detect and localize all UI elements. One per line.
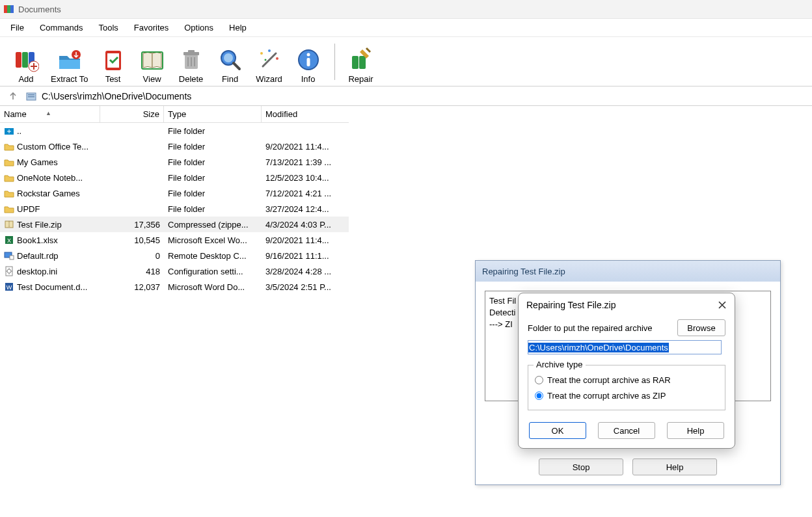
file-modified: 4/3/2024 4:03 P... [262,220,342,230]
radio-rar-input[interactable] [535,376,543,384]
svg-text:X: X [7,237,11,244]
tool-extract-label: Extract To [51,74,88,84]
col-size[interactable]: Size [100,106,164,122]
repair-options-dialog: Repairing Test File.zip Folder to put th… [518,293,735,449]
file-row[interactable]: WTest Document.d...12,037Microsoft Word … [0,279,349,295]
file-type: Configuration setti... [164,267,262,276]
ini-icon [4,266,14,276]
tool-view[interactable]: View [133,40,172,84]
menu-options[interactable]: Options [176,20,221,35]
tool-info[interactable]: Info [289,40,328,84]
books-plus-icon [13,47,39,73]
folder-icon [4,157,14,167]
svg-point-22 [268,49,271,52]
svg-rect-28 [352,56,359,69]
up-button[interactable] [5,88,21,104]
tool-repair[interactable]: Repair [342,40,381,84]
file-type: File folder [164,126,262,136]
file-size: 418 [100,267,164,276]
zip-icon [4,219,14,230]
file-row[interactable]: Test File.zip17,356Compressed (zippe...4… [0,217,349,232]
ok-button[interactable]: OK [529,422,586,439]
window-title: Documents [18,5,61,14]
radio-zip[interactable]: Treat the corrupt archive as ZIP [535,388,718,403]
file-name: Test File.zip [17,220,62,230]
file-row[interactable]: Default.rdp0Remote Desktop C...9/16/2021… [0,248,349,263]
menu-commands[interactable]: Commands [32,20,90,35]
tool-find[interactable]: Find [211,40,250,84]
file-size: 12,037 [100,282,164,292]
file-row[interactable]: desktop.ini418Configuration setti...3/28… [0,263,349,279]
tool-wizard[interactable]: Wizard [250,40,289,84]
menu-file[interactable]: File [3,20,32,35]
tool-test-label: Test [105,74,121,84]
file-type: File folder [164,204,262,214]
svg-point-23 [276,57,278,60]
cancel-button[interactable]: Cancel [598,422,655,439]
file-row[interactable]: UPDFFile folder3/27/2024 12:4... [0,201,349,217]
col-name[interactable]: Name▲ [0,106,100,122]
file-row[interactable]: Custom Office Te...File folder9/20/2021 … [0,139,349,154]
titlebar: Documents [0,0,812,19]
tool-view-label: View [143,74,161,84]
tool-add-label: Add [18,74,33,84]
svg-rect-3 [16,52,21,68]
stop-button[interactable]: Stop [539,458,623,475]
file-type: Remote Desktop C... [164,251,262,261]
path-text[interactable]: C:\Users\rimzh\OneDrive\Documents [42,91,191,101]
help-button[interactable]: Help [667,422,724,439]
dialog-title: Repairing Test File.zip [526,300,616,310]
file-row[interactable]: Rockstar GamesFile folder7/12/2021 4:21 … [0,185,349,201]
menu-help[interactable]: Help [221,20,254,35]
file-size: 10,545 [100,235,164,245]
tool-delete-label: Delete [179,74,204,84]
tool-wizard-label: Wizard [256,74,282,84]
file-type: Microsoft Excel Wo... [164,235,262,245]
toolbar-separator [334,44,335,80]
rdp-icon [4,250,14,261]
folder-icon [4,141,14,152]
file-row[interactable]: My GamesFile folder7/13/2021 1:39 ... [0,154,349,170]
xlsx-icon: X [4,235,14,245]
browse-button[interactable]: Browse [677,319,725,336]
tool-add[interactable]: Add [7,40,46,84]
file-type: File folder [164,157,262,167]
tool-delete[interactable]: Delete [172,40,211,84]
svg-rect-13 [188,50,195,53]
col-type[interactable]: Type [164,106,262,122]
close-button[interactable] [718,300,727,310]
svg-text:W: W [7,284,12,291]
svg-rect-4 [22,52,28,68]
file-row[interactable]: XBook1.xlsx10,545Microsoft Excel Wo...9/… [0,232,349,248]
file-type: File folder [164,189,262,198]
folder-icon [4,188,14,198]
svg-rect-32 [28,96,34,98]
tool-test[interactable]: Test [94,40,133,84]
clipboard-check-icon [100,47,126,73]
file-modified: 3/28/2024 4:28 ... [262,267,342,276]
file-name: .. [17,126,21,136]
file-name: Book1.xlsx [17,235,58,245]
pathbar: C:\Users\rimzh\OneDrive\Documents [0,86,812,106]
tool-extract[interactable]: Extract To [46,40,94,84]
folder-arrow-icon [57,47,83,73]
file-type: Compressed (zippe... [164,220,262,230]
folder-icon [26,91,36,101]
file-row[interactable]: OneNote Noteb...File folder12/5/2023 10:… [0,170,349,185]
file-list-header: Name▲ Size Type Modified [0,106,349,123]
dialog-title[interactable]: Repairing Test File.zip [476,261,780,282]
file-name: Default.rdp [17,251,59,261]
file-modified: 3/27/2024 12:4... [262,204,342,214]
archive-type-group: Archive type Treat the corrupt archive a… [528,365,725,410]
radio-rar[interactable]: Treat the corrupt archive as RAR [535,372,718,388]
menu-tools[interactable]: Tools [90,20,126,35]
help-button[interactable]: Help [632,458,717,475]
radio-zip-input[interactable] [535,391,543,400]
menu-favorites[interactable]: Favorites [126,20,176,35]
file-name: Custom Office Te... [17,142,88,152]
folder-path-input[interactable]: C:\Users\rimzh\OneDrive\Documents [528,340,722,354]
file-type: File folder [164,173,262,183]
col-modified[interactable]: Modified [262,106,342,122]
file-row[interactable]: ..File folder [0,123,349,139]
info-icon [295,47,321,73]
